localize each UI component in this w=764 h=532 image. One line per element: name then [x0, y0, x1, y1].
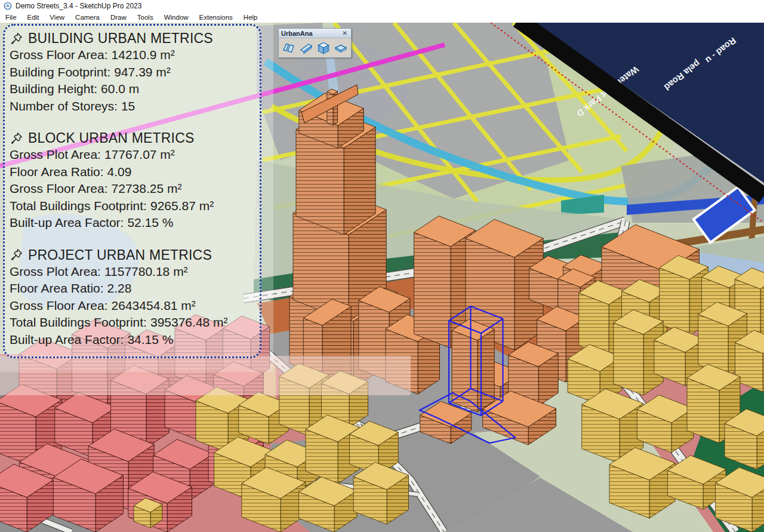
building[interactable] [452, 319, 494, 412]
menu-bar: File Edit View Camera Draw Tools Window … [0, 12, 764, 23]
window-titlebar[interactable]: Demo Streets_3.4 - SketchUp Pro 2023 [0, 0, 764, 12]
menu-view[interactable]: View [44, 12, 70, 23]
menu-tools[interactable]: Tools [132, 12, 159, 23]
section-building-metrics-header: BUILDING URBAN METRICS [10, 30, 260, 47]
metric-row: Gross Floor Area:14210.9 m² [10, 47, 260, 64]
metric-row: Gross Plot Area:1157780.18 m² [10, 263, 260, 281]
building-metrics-tool-button[interactable] [317, 41, 331, 55]
metric-row: Building Footprint:947.39 m² [10, 64, 260, 81]
menu-extensions[interactable]: Extensions [194, 12, 238, 23]
menu-draw[interactable]: Draw [105, 12, 132, 23]
menu-window[interactable]: Window [159, 12, 194, 23]
urbanana-title: UrbanAna [281, 30, 341, 37]
urbanana-titlebar[interactable]: UrbanAna ✕ [279, 29, 351, 38]
section-title: PROJECT URBAN METRICS [28, 247, 212, 263]
metric-row: Built-up Area Factor:34.15 % [10, 331, 260, 349]
metric-row: Total Buildings Footprint:395376.48 m² [10, 314, 260, 331]
plots-tool-button[interactable] [282, 41, 295, 55]
menu-help[interactable]: Help [238, 12, 263, 23]
close-icon[interactable]: ✕ [341, 30, 349, 36]
viewport-3d-scene[interactable]: Waterfront Park D pela Road Road - u [0, 23, 764, 532]
plan-area-tool-button[interactable] [334, 41, 348, 55]
metric-row: Building Height:60.0 m [10, 81, 260, 98]
section-title: BUILDING URBAN METRICS [28, 30, 213, 47]
menu-file[interactable]: File [0, 12, 22, 23]
metric-row: Number of Storeys:15 [10, 98, 260, 115]
sketchup-window: Demo Streets_3.4 - SketchUp Pro 2023 Fil… [0, 0, 764, 532]
urbanana-toolbar[interactable]: UrbanAna ✕ [278, 28, 352, 58]
metric-row: Floor Area Ratio:2.28 [10, 280, 260, 297]
metric-row: Gross Floor Area:72738.25 m² [10, 180, 260, 198]
urbanana-buttons [279, 38, 351, 57]
plots-icon [282, 41, 295, 54]
section-project-metrics-header: PROJECT URBAN METRICS [10, 247, 260, 263]
metric-row: Total Buildings Footprint:9265.87 m² [10, 198, 260, 215]
metric-row: Gross Floor Area:2643454.81 m² [10, 297, 260, 315]
road-section-tool-button[interactable] [299, 41, 313, 55]
menu-edit[interactable]: Edit [22, 12, 45, 23]
metric-row: Gross Plot Area:17767.07 m² [10, 146, 260, 164]
section-block-metrics-header: BLOCK URBAN METRICS [10, 130, 260, 146]
section-title: BLOCK URBAN METRICS [28, 130, 195, 146]
plan-area-icon [334, 41, 347, 54]
road-section-icon [300, 41, 313, 54]
menu-camera[interactable]: Camera [70, 12, 105, 23]
pushpin-icon [10, 248, 24, 262]
urban-metrics-overlay: BUILDING URBAN METRICS Gross Floor Area:… [3, 24, 261, 358]
pushpin-icon [10, 131, 24, 146]
metric-row: Floor Area Ratio:4.09 [10, 164, 260, 181]
window-title: Demo Streets_3.4 - SketchUp Pro 2023 [16, 2, 141, 10]
building-icon [317, 41, 330, 54]
metric-row: Built-up Area Factor:52.15 % [10, 214, 260, 232]
pushpin-icon [10, 32, 24, 46]
sketchup-logo-icon [4, 2, 12, 10]
